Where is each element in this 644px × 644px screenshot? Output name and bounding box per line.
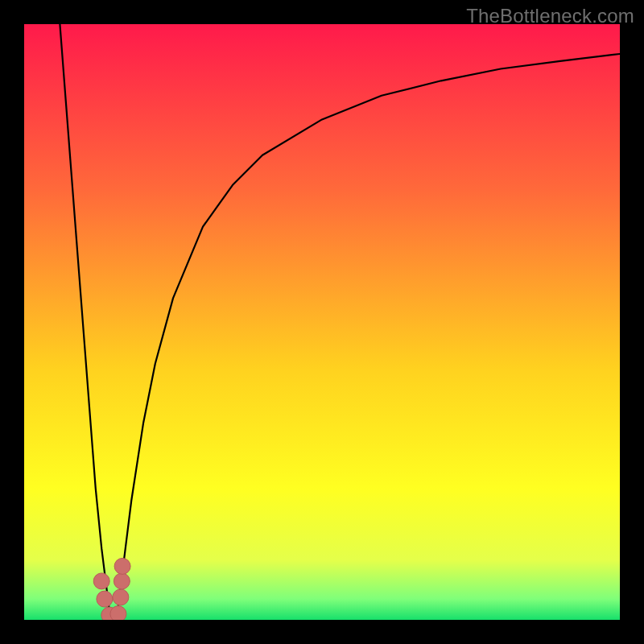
plot-area — [24, 24, 620, 620]
data-dot — [110, 606, 126, 620]
data-dot — [114, 558, 130, 574]
data-dot — [113, 589, 129, 605]
watermark-text: TheBottleneck.com — [466, 5, 634, 27]
data-dot — [114, 573, 130, 589]
data-dots — [24, 24, 620, 620]
data-dot — [93, 573, 109, 589]
data-dot — [97, 591, 113, 607]
outer-frame: TheBottleneck.com — [0, 0, 644, 644]
